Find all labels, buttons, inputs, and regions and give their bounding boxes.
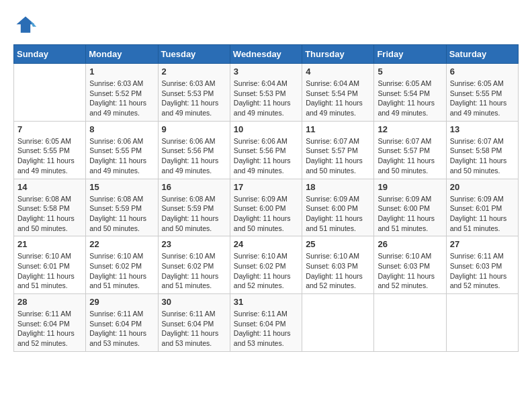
day-number: 14 [17, 182, 82, 192]
calendar-cell: 20Sunrise: 6:09 AM Sunset: 6:01 PM Dayli… [446, 179, 518, 236]
day-number: 20 [450, 182, 515, 192]
day-number: 5 [378, 66, 442, 77]
calendar-cell: 16Sunrise: 6:08 AM Sunset: 5:59 PM Dayli… [158, 179, 230, 236]
calendar-cell: 7Sunrise: 6:05 AM Sunset: 5:55 PM Daylig… [14, 121, 86, 179]
calendar-week-row: 28Sunrise: 6:11 AM Sunset: 6:04 PM Dayli… [14, 294, 519, 352]
day-number: 18 [306, 182, 370, 192]
weekday-header-sunday: Sunday [14, 45, 86, 64]
day-number: 31 [234, 297, 298, 307]
calendar-cell: 25Sunrise: 6:10 AM Sunset: 6:03 PM Dayli… [302, 236, 374, 294]
day-number: 28 [17, 297, 82, 307]
calendar-cell: 23Sunrise: 6:10 AM Sunset: 6:02 PM Dayli… [158, 236, 230, 294]
calendar-cell: 31Sunrise: 6:11 AM Sunset: 6:04 PM Dayli… [230, 294, 302, 352]
day-number: 8 [89, 124, 154, 134]
calendar-cell: 15Sunrise: 6:08 AM Sunset: 5:59 PM Dayli… [86, 179, 158, 236]
weekday-header-row: SundayMondayTuesdayWednesdayThursdayFrid… [14, 45, 519, 64]
day-number: 9 [162, 124, 226, 134]
calendar-cell: 10Sunrise: 6:06 AM Sunset: 5:56 PM Dayli… [230, 121, 302, 179]
day-number: 25 [306, 239, 370, 249]
calendar-cell: 26Sunrise: 6:10 AM Sunset: 6:03 PM Dayli… [374, 236, 446, 294]
calendar-cell: 8Sunrise: 6:06 AM Sunset: 5:55 PM Daylig… [86, 121, 158, 179]
calendar-cell: 1Sunrise: 6:03 AM Sunset: 5:52 PM Daylig… [86, 64, 158, 122]
calendar-week-row: 1Sunrise: 6:03 AM Sunset: 5:52 PM Daylig… [14, 64, 519, 122]
calendar-cell: 30Sunrise: 6:11 AM Sunset: 6:04 PM Dayli… [158, 294, 230, 352]
day-number: 7 [17, 124, 82, 134]
day-info: Sunrise: 6:06 AM Sunset: 5:56 PM Dayligh… [234, 136, 298, 176]
calendar-cell [302, 294, 374, 352]
calendar-cell [374, 294, 446, 352]
calendar-cell: 2Sunrise: 6:03 AM Sunset: 5:53 PM Daylig… [158, 64, 230, 122]
day-number: 19 [378, 182, 442, 192]
weekday-header-saturday: Saturday [446, 45, 518, 64]
day-info: Sunrise: 6:10 AM Sunset: 6:02 PM Dayligh… [89, 251, 154, 291]
weekday-header-tuesday: Tuesday [158, 45, 230, 64]
day-info: Sunrise: 6:08 AM Sunset: 5:59 PM Dayligh… [89, 194, 154, 234]
day-info: Sunrise: 6:10 AM Sunset: 6:03 PM Dayligh… [378, 251, 442, 291]
svg-marker-0 [17, 17, 35, 33]
day-info: Sunrise: 6:06 AM Sunset: 5:56 PM Dayligh… [162, 136, 226, 176]
calendar-cell: 3Sunrise: 6:04 AM Sunset: 5:53 PM Daylig… [230, 64, 302, 122]
day-number: 21 [17, 239, 82, 249]
calendar-cell [446, 294, 518, 352]
calendar-cell: 9Sunrise: 6:06 AM Sunset: 5:56 PM Daylig… [158, 121, 230, 179]
day-info: Sunrise: 6:04 AM Sunset: 5:53 PM Dayligh… [234, 79, 298, 118]
logo-icon [13, 13, 38, 38]
page-header [13, 13, 519, 38]
calendar-cell: 19Sunrise: 6:09 AM Sunset: 6:00 PM Dayli… [374, 179, 446, 236]
day-info: Sunrise: 6:07 AM Sunset: 5:58 PM Dayligh… [450, 136, 515, 176]
day-info: Sunrise: 6:11 AM Sunset: 6:04 PM Dayligh… [17, 309, 82, 349]
day-number: 27 [450, 239, 515, 249]
day-info: Sunrise: 6:05 AM Sunset: 5:55 PM Dayligh… [17, 136, 82, 176]
day-number: 2 [162, 66, 226, 77]
day-info: Sunrise: 6:04 AM Sunset: 5:54 PM Dayligh… [306, 79, 370, 118]
calendar-cell: 14Sunrise: 6:08 AM Sunset: 5:58 PM Dayli… [14, 179, 86, 236]
calendar-cell: 21Sunrise: 6:10 AM Sunset: 6:01 PM Dayli… [14, 236, 86, 294]
day-number: 17 [234, 182, 298, 192]
day-number: 26 [378, 239, 442, 249]
weekday-header-thursday: Thursday [302, 45, 374, 64]
day-number: 16 [162, 182, 226, 192]
day-info: Sunrise: 6:06 AM Sunset: 5:55 PM Dayligh… [89, 136, 154, 176]
calendar-cell: 5Sunrise: 6:05 AM Sunset: 5:54 PM Daylig… [374, 64, 446, 122]
day-info: Sunrise: 6:11 AM Sunset: 6:03 PM Dayligh… [450, 251, 515, 291]
day-number: 23 [162, 239, 226, 249]
day-info: Sunrise: 6:11 AM Sunset: 6:04 PM Dayligh… [234, 309, 298, 349]
calendar-cell: 11Sunrise: 6:07 AM Sunset: 5:57 PM Dayli… [302, 121, 374, 179]
day-info: Sunrise: 6:10 AM Sunset: 6:02 PM Dayligh… [234, 251, 298, 291]
day-info: Sunrise: 6:10 AM Sunset: 6:01 PM Dayligh… [17, 251, 82, 291]
day-info: Sunrise: 6:05 AM Sunset: 5:54 PM Dayligh… [378, 79, 442, 118]
weekday-header-wednesday: Wednesday [230, 45, 302, 64]
day-number: 4 [306, 66, 370, 77]
calendar-week-row: 7Sunrise: 6:05 AM Sunset: 5:55 PM Daylig… [14, 121, 519, 179]
day-info: Sunrise: 6:09 AM Sunset: 6:01 PM Dayligh… [450, 194, 515, 234]
calendar-cell: 22Sunrise: 6:10 AM Sunset: 6:02 PM Dayli… [86, 236, 158, 294]
calendar-cell: 13Sunrise: 6:07 AM Sunset: 5:58 PM Dayli… [446, 121, 518, 179]
weekday-header-monday: Monday [86, 45, 158, 64]
day-info: Sunrise: 6:09 AM Sunset: 6:00 PM Dayligh… [306, 194, 370, 234]
calendar-table: SundayMondayTuesdayWednesdayThursdayFrid… [13, 44, 519, 352]
weekday-header-friday: Friday [374, 45, 446, 64]
day-info: Sunrise: 6:10 AM Sunset: 6:02 PM Dayligh… [162, 251, 226, 291]
calendar-cell: 28Sunrise: 6:11 AM Sunset: 6:04 PM Dayli… [14, 294, 86, 352]
calendar-week-row: 21Sunrise: 6:10 AM Sunset: 6:01 PM Dayli… [14, 236, 519, 294]
day-number: 11 [306, 124, 370, 134]
day-info: Sunrise: 6:03 AM Sunset: 5:52 PM Dayligh… [89, 79, 154, 118]
day-number: 29 [89, 297, 154, 307]
day-number: 3 [234, 66, 298, 77]
day-info: Sunrise: 6:11 AM Sunset: 6:04 PM Dayligh… [162, 309, 226, 349]
day-info: Sunrise: 6:08 AM Sunset: 5:58 PM Dayligh… [17, 194, 82, 234]
day-info: Sunrise: 6:09 AM Sunset: 6:00 PM Dayligh… [234, 194, 298, 234]
calendar-cell: 29Sunrise: 6:11 AM Sunset: 6:04 PM Dayli… [86, 294, 158, 352]
day-number: 15 [89, 182, 154, 192]
day-info: Sunrise: 6:07 AM Sunset: 5:57 PM Dayligh… [306, 136, 370, 176]
day-number: 30 [162, 297, 226, 307]
calendar-cell: 6Sunrise: 6:05 AM Sunset: 5:55 PM Daylig… [446, 64, 518, 122]
day-info: Sunrise: 6:10 AM Sunset: 6:03 PM Dayligh… [306, 251, 370, 291]
day-info: Sunrise: 6:08 AM Sunset: 5:59 PM Dayligh… [162, 194, 226, 234]
logo [13, 13, 40, 38]
day-number: 12 [378, 124, 442, 134]
day-info: Sunrise: 6:07 AM Sunset: 5:57 PM Dayligh… [378, 136, 442, 176]
calendar-week-row: 14Sunrise: 6:08 AM Sunset: 5:58 PM Dayli… [14, 179, 519, 236]
calendar-cell [14, 64, 86, 122]
calendar-cell: 12Sunrise: 6:07 AM Sunset: 5:57 PM Dayli… [374, 121, 446, 179]
